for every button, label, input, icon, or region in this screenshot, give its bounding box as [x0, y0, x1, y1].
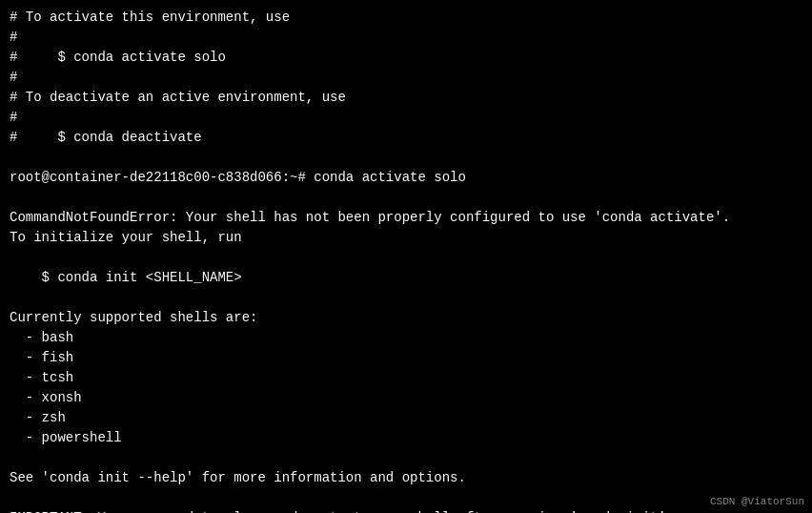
terminal-window[interactable]: # To activate this environment, use # # …	[0, 0, 812, 513]
terminal-output: # To activate this environment, use # # …	[10, 8, 802, 513]
watermark: CSDN @ViatorSun	[710, 496, 804, 507]
